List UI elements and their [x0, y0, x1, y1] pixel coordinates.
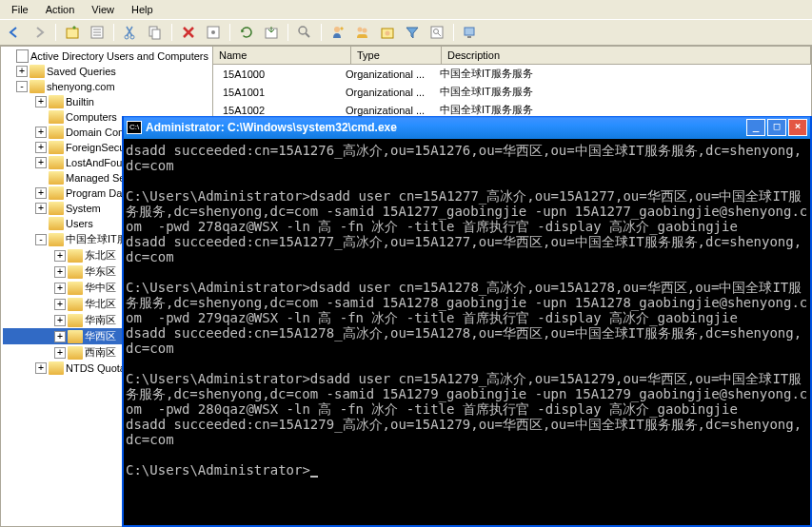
tree-label: 华北区: [85, 297, 116, 311]
tree-label: 华中区: [85, 281, 116, 295]
cell-type: Organizational ...: [346, 87, 436, 98]
cmd-titlebar[interactable]: C:\ Administrator: C:\Windows\system32\c…: [124, 116, 810, 139]
cell-desc: 中国全球IT服务服务: [440, 67, 805, 81]
cell-type: Organizational ...: [346, 68, 436, 80]
add-computer-button[interactable]: [460, 22, 481, 43]
tree-domain[interactable]: -shenyong.com: [3, 79, 210, 94]
tree-label: 华东区: [85, 264, 116, 279]
cell-desc: 中国全球IT服务服务: [440, 85, 805, 99]
properties2-button[interactable]: [203, 22, 224, 43]
svg-rect-0: [67, 29, 78, 38]
tree-label: Users: [66, 218, 93, 229]
forward-button[interactable]: [29, 22, 50, 43]
minimize-button[interactable]: _: [746, 119, 765, 136]
cell-type: Organizational ...: [346, 105, 436, 116]
new-group-button[interactable]: [352, 22, 373, 43]
tree-label: 华南区: [85, 313, 116, 327]
tree-label: shenyong.com: [47, 81, 115, 92]
cmd-window[interactable]: C:\ Administrator: C:\Windows\system32\c…: [122, 116, 812, 527]
cell-name: 15A1001: [223, 87, 342, 98]
cmd-output[interactable]: dsadd succeeded:cn=15A1276_高冰介,ou=15A127…: [124, 139, 810, 525]
cell-name: 15A1000: [223, 68, 342, 80]
menu-view[interactable]: View: [84, 2, 122, 17]
tree-root-label: Active Directory Users and Computers: [30, 50, 208, 62]
cell-desc: 中国全球IT服务服务: [440, 103, 805, 117]
svg-point-10: [211, 30, 215, 34]
new-ou-button[interactable]: [377, 22, 398, 43]
svg-point-15: [358, 28, 363, 32]
toolbar: [0, 19, 812, 46]
svg-point-14: [334, 27, 340, 32]
col-name-header[interactable]: Name: [213, 47, 351, 64]
tree-root[interactable]: Active Directory Users and Computers: [3, 49, 210, 64]
svg-point-12: [299, 27, 307, 34]
find2-button[interactable]: [426, 22, 447, 43]
tree-label: System: [66, 203, 101, 214]
cmd-title-text: Administrator: C:\Windows\system32\cmd.e…: [146, 121, 744, 134]
cmd-icon: C:\: [127, 121, 142, 134]
tree-label: Saved Queries: [47, 66, 116, 77]
svg-rect-8: [152, 29, 160, 39]
col-type-header[interactable]: Type: [351, 47, 442, 64]
menu-help[interactable]: Help: [124, 2, 161, 17]
list-header: Name Type Description: [213, 47, 811, 65]
find-button[interactable]: [294, 22, 315, 43]
tree-builtin[interactable]: +Builtin: [3, 94, 210, 109]
back-button[interactable]: [4, 22, 25, 43]
svg-rect-22: [465, 28, 474, 35]
tree-label: Computers: [66, 111, 117, 123]
col-desc-header[interactable]: Description: [442, 47, 811, 64]
svg-rect-19: [431, 27, 443, 38]
maximize-button[interactable]: □: [767, 119, 786, 136]
svg-point-16: [363, 29, 367, 33]
cut-button[interactable]: [120, 22, 141, 43]
menu-action[interactable]: Action: [38, 2, 83, 17]
svg-line-13: [306, 33, 309, 37]
tree-label: 东北区: [85, 248, 116, 263]
filter-button[interactable]: [402, 22, 423, 43]
new-container-button[interactable]: [62, 22, 83, 43]
tree-label: 华西区: [85, 329, 116, 343]
refresh-button[interactable]: [236, 22, 257, 43]
menu-bar: File Action View Help: [0, 0, 812, 19]
export-button[interactable]: [261, 22, 282, 43]
svg-point-18: [386, 31, 390, 36]
menu-file[interactable]: File: [4, 2, 36, 17]
close-button[interactable]: ×: [788, 119, 807, 136]
list-row[interactable]: 15A1001 Organizational ... 中国全球IT服务服务: [213, 83, 811, 101]
properties-button[interactable]: [87, 22, 108, 43]
list-row[interactable]: 15A1000 Organizational ... 中国全球IT服务服务: [213, 65, 811, 83]
delete-button[interactable]: [178, 22, 199, 43]
tree-saved-queries[interactable]: +Saved Queries: [3, 64, 210, 79]
cell-name: 15A1002: [223, 105, 342, 116]
new-user-button[interactable]: [327, 22, 348, 43]
tree-label: Builtin: [66, 96, 94, 107]
tree-label: 西南区: [85, 345, 116, 360]
copy-button[interactable]: [145, 22, 166, 43]
svg-rect-23: [467, 36, 471, 38]
